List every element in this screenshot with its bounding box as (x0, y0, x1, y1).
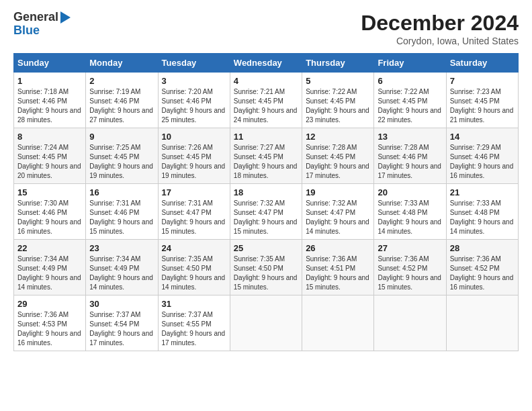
day-number: 18 (234, 187, 298, 197)
day-detail: Sunrise: 7:25 AMSunset: 4:45 PMDaylight:… (89, 144, 153, 179)
calendar-cell: 9 Sunrise: 7:25 AMSunset: 4:45 PMDayligh… (86, 128, 158, 184)
day-number: 24 (162, 243, 226, 253)
header: General Blue December 2024 Corydon, Iowa… (13, 11, 519, 46)
day-detail: Sunrise: 7:37 AMSunset: 4:55 PMDaylight:… (162, 311, 226, 347)
calendar-cell: 25 Sunrise: 7:35 AMSunset: 4:50 PMDaylig… (230, 240, 302, 295)
day-number: 7 (450, 76, 515, 86)
day-detail: Sunrise: 7:24 AMSunset: 4:45 PMDaylight:… (17, 144, 81, 179)
calendar-cell: 21 Sunrise: 7:33 AMSunset: 4:48 PMDaylig… (446, 184, 518, 240)
day-number: 12 (306, 132, 370, 142)
day-detail: Sunrise: 7:28 AMSunset: 4:45 PMDaylight:… (306, 144, 369, 179)
calendar-cell: 19 Sunrise: 7:32 AMSunset: 4:47 PMDaylig… (302, 184, 374, 240)
day-number: 15 (17, 187, 82, 197)
day-number: 2 (89, 76, 154, 86)
day-number: 21 (450, 187, 515, 197)
calendar-cell: 16 Sunrise: 7:31 AMSunset: 4:46 PMDaylig… (86, 184, 158, 240)
day-number: 1 (17, 76, 82, 86)
calendar-cell: 22 Sunrise: 7:34 AMSunset: 4:49 PMDaylig… (14, 240, 86, 295)
day-number: 22 (17, 243, 82, 253)
calendar-cell: 11 Sunrise: 7:27 AMSunset: 4:45 PMDaylig… (230, 128, 302, 184)
calendar-container: General Blue December 2024 Corydon, Iowa… (0, 0, 532, 358)
calendar-cell (302, 295, 374, 351)
day-detail: Sunrise: 7:34 AMSunset: 4:49 PMDaylight:… (89, 255, 153, 291)
day-detail: Sunrise: 7:19 AMSunset: 4:46 PMDaylight:… (89, 88, 153, 124)
day-detail: Sunrise: 7:36 AMSunset: 4:52 PMDaylight:… (378, 255, 441, 291)
day-number: 29 (17, 299, 82, 309)
day-detail: Sunrise: 7:22 AMSunset: 4:45 PMDaylight:… (306, 88, 369, 124)
col-friday: Friday (374, 54, 446, 73)
calendar-cell: 15 Sunrise: 7:30 AMSunset: 4:46 PMDaylig… (14, 184, 86, 240)
day-number: 30 (89, 299, 154, 309)
calendar-cell: 6 Sunrise: 7:22 AMSunset: 4:45 PMDayligh… (374, 73, 446, 128)
day-detail: Sunrise: 7:26 AMSunset: 4:45 PMDaylight:… (162, 144, 226, 179)
day-number: 23 (89, 243, 154, 253)
title-block: December 2024 Corydon, Iowa, United Stat… (361, 11, 519, 46)
day-number: 3 (162, 76, 226, 86)
calendar-cell: 4 Sunrise: 7:21 AMSunset: 4:45 PMDayligh… (230, 73, 302, 128)
col-tuesday: Tuesday (158, 54, 230, 73)
day-number: 26 (306, 243, 370, 253)
day-number: 13 (378, 132, 442, 142)
day-number: 19 (306, 187, 370, 197)
day-number: 17 (162, 187, 226, 197)
day-detail: Sunrise: 7:31 AMSunset: 4:47 PMDaylight:… (162, 199, 226, 235)
logo-general: General (13, 11, 58, 24)
day-detail: Sunrise: 7:35 AMSunset: 4:50 PMDaylight:… (162, 255, 226, 291)
day-number: 6 (378, 76, 442, 86)
calendar-cell: 30 Sunrise: 7:37 AMSunset: 4:54 PMDaylig… (86, 295, 158, 351)
calendar-cell: 1 Sunrise: 7:18 AMSunset: 4:46 PMDayligh… (14, 73, 86, 128)
col-wednesday: Wednesday (230, 54, 302, 73)
calendar-cell: 12 Sunrise: 7:28 AMSunset: 4:45 PMDaylig… (302, 128, 374, 184)
calendar-cell: 23 Sunrise: 7:34 AMSunset: 4:49 PMDaylig… (86, 240, 158, 295)
calendar-cell: 26 Sunrise: 7:36 AMSunset: 4:51 PMDaylig… (302, 240, 374, 295)
day-detail: Sunrise: 7:22 AMSunset: 4:45 PMDaylight:… (378, 88, 441, 124)
calendar-cell: 29 Sunrise: 7:36 AMSunset: 4:53 PMDaylig… (14, 295, 86, 351)
day-number: 16 (89, 187, 154, 197)
calendar-cell: 24 Sunrise: 7:35 AMSunset: 4:50 PMDaylig… (158, 240, 230, 295)
day-detail: Sunrise: 7:32 AMSunset: 4:47 PMDaylight:… (234, 199, 298, 235)
month-title: December 2024 (361, 11, 519, 36)
day-detail: Sunrise: 7:27 AMSunset: 4:45 PMDaylight:… (234, 144, 298, 179)
day-number: 25 (234, 243, 298, 253)
calendar-cell: 10 Sunrise: 7:26 AMSunset: 4:45 PMDaylig… (158, 128, 230, 184)
day-detail: Sunrise: 7:36 AMSunset: 4:51 PMDaylight:… (306, 255, 369, 291)
day-detail: Sunrise: 7:23 AMSunset: 4:45 PMDaylight:… (450, 88, 514, 124)
day-number: 10 (162, 132, 226, 142)
calendar-cell: 14 Sunrise: 7:29 AMSunset: 4:46 PMDaylig… (446, 128, 518, 184)
day-detail: Sunrise: 7:29 AMSunset: 4:46 PMDaylight:… (450, 144, 514, 179)
calendar-cell: 3 Sunrise: 7:20 AMSunset: 4:46 PMDayligh… (158, 73, 230, 128)
day-detail: Sunrise: 7:34 AMSunset: 4:49 PMDaylight:… (17, 255, 81, 291)
col-thursday: Thursday (302, 54, 374, 73)
col-saturday: Saturday (446, 54, 518, 73)
calendar-cell: 28 Sunrise: 7:36 AMSunset: 4:52 PMDaylig… (446, 240, 518, 295)
day-detail: Sunrise: 7:31 AMSunset: 4:46 PMDaylight:… (89, 199, 153, 235)
day-detail: Sunrise: 7:36 AMSunset: 4:52 PMDaylight:… (450, 255, 514, 291)
day-number: 11 (234, 132, 298, 142)
calendar-body: 1 Sunrise: 7:18 AMSunset: 4:46 PMDayligh… (14, 73, 519, 351)
day-number: 20 (378, 187, 442, 197)
calendar-table: Sunday Monday Tuesday Wednesday Thursday… (13, 53, 519, 351)
calendar-cell: 2 Sunrise: 7:19 AMSunset: 4:46 PMDayligh… (86, 73, 158, 128)
logo: General Blue (13, 11, 71, 38)
day-detail: Sunrise: 7:20 AMSunset: 4:46 PMDaylight:… (162, 88, 226, 124)
day-detail: Sunrise: 7:36 AMSunset: 4:53 PMDaylight:… (17, 311, 81, 347)
day-number: 27 (378, 243, 442, 253)
calendar-cell (374, 295, 446, 351)
day-number: 14 (450, 132, 515, 142)
day-number: 9 (89, 132, 154, 142)
day-number: 5 (306, 76, 370, 86)
day-number: 28 (450, 243, 515, 253)
calendar-cell: 7 Sunrise: 7:23 AMSunset: 4:45 PMDayligh… (446, 73, 518, 128)
calendar-cell (230, 295, 302, 351)
col-sunday: Sunday (14, 54, 86, 73)
day-detail: Sunrise: 7:18 AMSunset: 4:46 PMDaylight:… (17, 88, 81, 124)
calendar-cell: 27 Sunrise: 7:36 AMSunset: 4:52 PMDaylig… (374, 240, 446, 295)
day-detail: Sunrise: 7:35 AMSunset: 4:50 PMDaylight:… (234, 255, 298, 291)
calendar-cell: 17 Sunrise: 7:31 AMSunset: 4:47 PMDaylig… (158, 184, 230, 240)
day-detail: Sunrise: 7:30 AMSunset: 4:46 PMDaylight:… (17, 199, 81, 235)
calendar-header: Sunday Monday Tuesday Wednesday Thursday… (14, 54, 519, 73)
day-detail: Sunrise: 7:32 AMSunset: 4:47 PMDaylight:… (306, 199, 369, 235)
day-detail: Sunrise: 7:33 AMSunset: 4:48 PMDaylight:… (378, 199, 441, 235)
location: Corydon, Iowa, United States (361, 36, 519, 46)
logo-blue: Blue (13, 24, 40, 38)
